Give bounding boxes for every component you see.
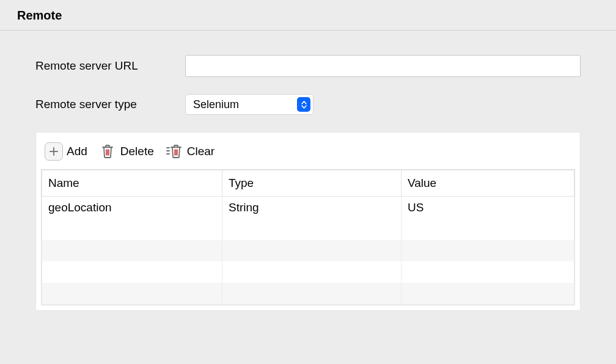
remote-type-label: Remote server type — [35, 98, 185, 111]
capabilities-panel: Add Delete — [35, 132, 581, 311]
page-title: Remote — [17, 9, 599, 23]
remote-url-label: Remote server URL — [35, 59, 185, 73]
remote-url-row: Remote server URL — [35, 55, 581, 77]
plus-icon — [45, 142, 63, 161]
table-row-empty — [42, 261, 574, 283]
remote-type-row: Remote server type Selenium — [35, 94, 581, 115]
column-header-type[interactable]: Type — [222, 170, 402, 197]
trash-icon — [98, 142, 117, 161]
add-button-label: Add — [67, 145, 87, 158]
remote-url-input[interactable] — [185, 55, 581, 77]
clear-icon — [165, 142, 183, 161]
add-button[interactable]: Add — [45, 142, 87, 161]
table-row-empty — [42, 219, 574, 240]
column-header-value[interactable]: Value — [402, 170, 574, 197]
panel-header: Remote — [0, 0, 616, 31]
table-row-empty — [42, 240, 574, 261]
remote-type-select[interactable]: Selenium — [185, 94, 314, 115]
delete-button-label: Delete — [120, 145, 154, 158]
delete-button[interactable]: Delete — [98, 142, 154, 161]
column-header-name[interactable]: Name — [42, 170, 222, 197]
content-area: Remote server URL Remote server type Sel… — [0, 31, 616, 311]
cell-type[interactable]: String — [222, 197, 402, 219]
capabilities-table: Name Type Value geoLocation String US — [42, 170, 574, 305]
cell-value[interactable]: US — [402, 197, 574, 219]
clear-button-label: Clear — [187, 145, 215, 158]
cell-name[interactable]: geoLocation — [42, 197, 222, 219]
table-row-empty — [42, 283, 574, 304]
toolbar: Add Delete — [41, 142, 575, 169]
table-row[interactable]: geoLocation String US — [42, 197, 574, 219]
clear-button[interactable]: Clear — [165, 142, 215, 161]
